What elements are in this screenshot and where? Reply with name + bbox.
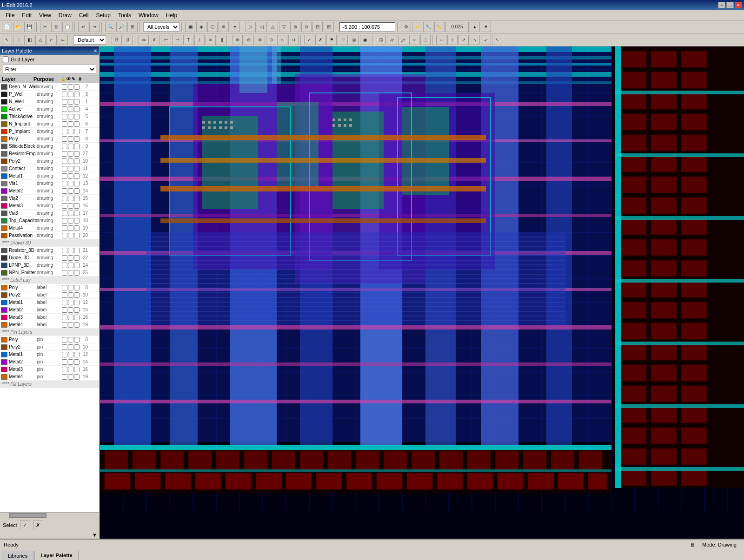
tb2-h6[interactable]: ∪ — [288, 35, 299, 45]
layer-row[interactable]: **** Pin Layers — [0, 329, 99, 336]
tb2-b6[interactable]: B — [112, 35, 122, 45]
tb-t8[interactable]: ⊞ — [324, 22, 334, 32]
filter-select[interactable]: Filter — [3, 65, 96, 74]
tb-redo[interactable]: ↪ — [89, 22, 100, 32]
layer-row[interactable]: **** Fill Layers — [0, 381, 99, 388]
layer-checkbox-2[interactable] — [74, 352, 80, 357]
layer-checkbox-1[interactable] — [68, 344, 73, 350]
layer-checkbox-0[interactable] — [62, 181, 67, 186]
layer-checkbox-0[interactable] — [62, 270, 67, 276]
layer-checkbox-2[interactable] — [74, 158, 80, 164]
layer-row[interactable]: Diode_3Ddrawing22 — [0, 254, 99, 262]
tb2-g7[interactable]: ≡ — [206, 35, 216, 45]
tb2-j2[interactable]: ⌭ — [387, 35, 397, 45]
palette-scroll-down[interactable]: ▼ — [0, 532, 99, 539]
layer-checkbox-1[interactable] — [68, 92, 73, 97]
layer-row[interactable]: Metal4drawing19 — [0, 224, 99, 232]
tb2-h1[interactable]: ⊕ — [232, 35, 243, 45]
tb2-i4[interactable]: ⚐ — [338, 35, 348, 45]
tb2-i2[interactable]: ✗ — [315, 35, 326, 45]
layer-row[interactable]: N_Welldrawing1 — [0, 98, 99, 105]
layer-checkbox-1[interactable] — [68, 255, 73, 261]
layer-checkbox-1[interactable] — [68, 307, 73, 313]
tb2-g1[interactable]: ⫘ — [139, 35, 149, 45]
layer-checkbox-1[interactable] — [68, 315, 73, 320]
tb2-b2[interactable]: ◧ — [24, 35, 34, 45]
menu-help[interactable]: Help — [162, 11, 181, 20]
layer-row[interactable]: SilicideBlockdrawing9 — [0, 143, 99, 150]
tb2-i3[interactable]: ⚑ — [326, 35, 337, 45]
layer-row[interactable]: P_Welldrawing3 — [0, 91, 99, 98]
layer-checkbox-0[interactable] — [62, 285, 67, 290]
layer-checkbox-0[interactable] — [62, 248, 67, 253]
tb-zoom-in[interactable]: 🔍 — [105, 22, 115, 32]
layer-row[interactable]: P_Implantdrawing7 — [0, 128, 99, 135]
layer-row[interactable]: Via2drawing15 — [0, 195, 99, 202]
layer-checkbox-1[interactable] — [68, 114, 73, 119]
layer-checkbox-1[interactable] — [68, 158, 73, 164]
layer-checkbox-2[interactable] — [74, 106, 80, 112]
tb-grid-dec[interactable]: ▼ — [481, 22, 491, 32]
layer-row[interactable]: Poly2drawing10 — [0, 158, 99, 165]
layer-checkbox-0[interactable] — [62, 255, 67, 261]
tb2-h3[interactable]: ⊗ — [255, 35, 265, 45]
tab-layer-palette[interactable]: Layer Palette — [34, 551, 78, 560]
layer-checkbox-1[interactable] — [68, 129, 73, 134]
tb-tool2[interactable]: ◈ — [196, 22, 206, 32]
layer-row[interactable]: Polydrawing8 — [0, 135, 99, 143]
layer-checkbox-2[interactable] — [74, 151, 80, 157]
layer-checkbox-1[interactable] — [68, 84, 73, 90]
tb2-g5[interactable]: ⊤ — [183, 35, 193, 45]
tb2-g4[interactable]: ⊣ — [172, 35, 182, 45]
layer-row[interactable]: Metal3pin16 — [0, 366, 99, 373]
layer-checkbox-1[interactable] — [68, 203, 73, 209]
tb-t3[interactable]: △ — [268, 22, 278, 32]
tb2-select[interactable]: ↖ — [2, 35, 12, 45]
layer-checkbox-0[interactable] — [62, 114, 67, 119]
layer-row[interactable]: Resistor_3Ddrawing21 — [0, 247, 99, 254]
layer-row[interactable]: Passivationdrawing20 — [0, 232, 99, 239]
tb2-g2[interactable]: ⫙ — [150, 35, 160, 45]
layer-checkbox-1[interactable] — [68, 173, 73, 179]
layer-row[interactable]: Activedrawing4 — [0, 105, 99, 113]
layer-checkbox-1[interactable] — [68, 367, 73, 372]
layer-checkbox-1[interactable] — [68, 106, 73, 112]
menu-file[interactable]: File — [2, 11, 18, 20]
layer-checkbox-1[interactable] — [68, 211, 73, 216]
layer-checkbox-2[interactable] — [74, 315, 80, 320]
layer-checkbox-0[interactable] — [62, 129, 67, 134]
layer-checkbox-1[interactable] — [68, 225, 73, 231]
layer-checkbox-1[interactable] — [68, 300, 73, 305]
layer-row[interactable]: Poly2label10 — [0, 291, 99, 299]
layer-row[interactable]: Metal2pin14 — [0, 358, 99, 366]
menu-edit[interactable]: Edit — [18, 11, 35, 20]
layer-checkbox-2[interactable] — [74, 99, 80, 105]
layer-checkbox-0[interactable] — [62, 188, 67, 194]
tb-tool5[interactable]: ✦ — [230, 22, 240, 32]
layer-checkbox-2[interactable] — [74, 196, 80, 201]
layer-checkbox-1[interactable] — [68, 352, 73, 357]
tb2-k2[interactable]: ↕ — [447, 35, 458, 45]
layer-checkbox-1[interactable] — [68, 292, 73, 298]
tb-cfg2[interactable]: ⚡ — [412, 22, 422, 32]
layer-checkbox-0[interactable] — [62, 136, 67, 142]
layer-row[interactable]: **** Label Lay — [0, 277, 99, 284]
all-levels-dropdown[interactable]: All Levels — [143, 22, 179, 32]
tb2-b5[interactable]: ⌙ — [58, 35, 68, 45]
layer-checkbox-0[interactable] — [62, 173, 67, 179]
layer-checkbox-0[interactable] — [62, 121, 67, 127]
layer-checkbox-2[interactable] — [74, 374, 80, 380]
layer-row[interactable]: Metal3drawing16 — [0, 202, 99, 210]
layer-checkbox-2[interactable] — [74, 92, 80, 97]
tb2-i5[interactable]: ◎ — [349, 35, 359, 45]
layer-checkbox-0[interactable] — [62, 359, 67, 365]
tb2-j5[interactable]: ◌ — [420, 35, 431, 45]
layer-checkbox-0[interactable] — [62, 203, 67, 209]
layer-checkbox-0[interactable] — [62, 218, 67, 224]
layer-checkbox-0[interactable] — [62, 84, 67, 90]
layer-checkbox-2[interactable] — [74, 144, 80, 149]
layer-checkbox-1[interactable] — [68, 374, 73, 380]
layer-checkbox-1[interactable] — [68, 337, 73, 343]
layer-checkbox-2[interactable] — [74, 285, 80, 290]
tb2-k6[interactable]: ↖ — [492, 35, 502, 45]
